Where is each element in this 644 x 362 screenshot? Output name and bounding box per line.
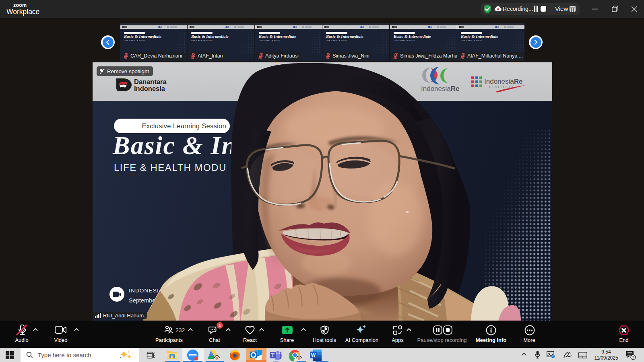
svg-text:W: W bbox=[311, 352, 316, 358]
svg-text:7: 7 bbox=[632, 355, 634, 359]
svg-text:zoom: zoom bbox=[190, 354, 196, 356]
